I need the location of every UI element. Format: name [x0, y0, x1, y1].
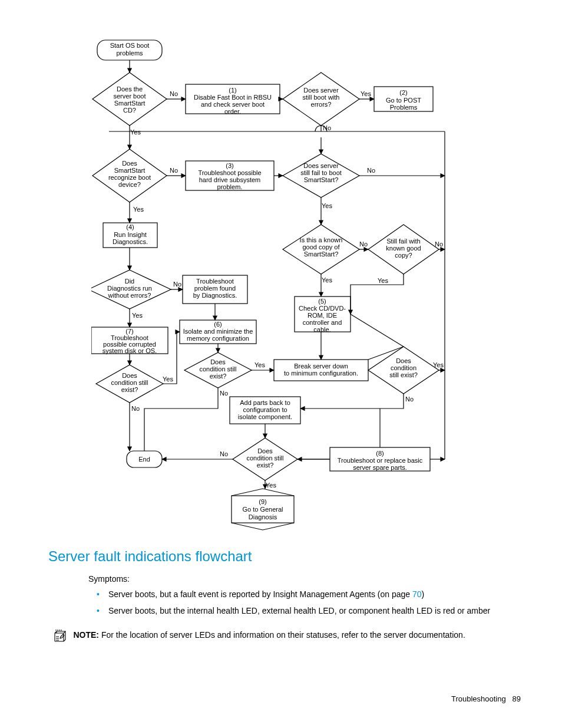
svg-text:(6): (6) — [214, 321, 222, 328]
svg-text:cable.: cable. — [313, 326, 330, 333]
list-item: Server boots, but a fault event is repor… — [88, 588, 513, 600]
svg-text:isolate component.: isolate component. — [238, 413, 292, 420]
svg-text:End: End — [138, 456, 150, 463]
svg-text:Yes: Yes — [433, 361, 444, 368]
svg-text:No: No — [170, 167, 178, 174]
list-item: Server boots, but the internal health LE… — [88, 605, 513, 617]
document-page: Start OS boot problems Does the server b… — [0, 0, 562, 728]
svg-text:Does server: Does server — [303, 87, 339, 94]
note-block: NOTE: For the location of server LEDs an… — [53, 630, 518, 645]
svg-text:(8): (8) — [376, 450, 384, 457]
svg-text:by Diagnostics.: by Diagnostics. — [193, 292, 237, 299]
svg-text:Did: Did — [125, 278, 135, 285]
svg-text:No: No — [367, 167, 375, 174]
svg-text:Yes: Yes — [254, 361, 265, 368]
svg-text:server boot: server boot — [113, 93, 146, 100]
svg-text:(2): (2) — [399, 89, 407, 96]
svg-text:exist?: exist? — [121, 386, 138, 393]
svg-text:Yes: Yes — [266, 482, 276, 489]
svg-text:Does server: Does server — [303, 162, 339, 169]
svg-text:Start OS boot: Start OS boot — [110, 42, 150, 49]
svg-text:Still fail with: Still fail with — [386, 238, 420, 245]
svg-text:Diagnostics.: Diagnostics. — [113, 238, 148, 245]
svg-text:condition: condition — [391, 364, 416, 371]
svg-text:Break server down: Break server down — [294, 363, 348, 370]
svg-text:exist?: exist? — [210, 373, 227, 380]
svg-text:No: No — [170, 90, 178, 97]
svg-text:No: No — [173, 281, 181, 288]
note-text: For the location of server LEDs and info… — [99, 630, 465, 640]
svg-text:Yes: Yes — [133, 206, 144, 213]
svg-text:Yes: Yes — [322, 202, 332, 209]
svg-text:copy?: copy? — [395, 252, 412, 259]
page-link[interactable]: 70 — [412, 589, 422, 599]
svg-text:problem found: problem found — [194, 285, 236, 292]
svg-text:No: No — [435, 241, 443, 248]
svg-text:still exist?: still exist? — [389, 371, 418, 378]
symptom-bullets: Server boots, but a fault event is repor… — [88, 588, 513, 622]
note-label: NOTE: — [73, 630, 99, 640]
svg-text:still boot with: still boot with — [303, 94, 340, 101]
svg-text:Add parts back to: Add parts back to — [240, 399, 290, 406]
svg-text:Diagnostics run: Diagnostics run — [107, 285, 152, 292]
svg-text:Yes: Yes — [163, 375, 173, 383]
svg-text:SmartStart: SmartStart — [114, 100, 146, 107]
svg-text:CD?: CD? — [123, 107, 136, 114]
svg-text:condition still: condition still — [200, 365, 237, 373]
svg-text:(3): (3) — [226, 162, 233, 169]
svg-text:Yes: Yes — [361, 90, 371, 97]
svg-text:Yes: Yes — [322, 276, 332, 284]
svg-text:(9): (9) — [259, 498, 266, 505]
svg-text:(1): (1) — [229, 87, 236, 94]
page-footer: Troubleshooting 89 — [451, 694, 521, 703]
svg-text:Diagnosis: Diagnosis — [249, 513, 277, 521]
svg-text:No: No — [359, 241, 368, 248]
os-boot-flowchart: Start OS boot problems Does the server b… — [91, 37, 457, 538]
svg-text:Yes: Yes — [132, 312, 143, 319]
svg-text:Yes: Yes — [130, 129, 141, 136]
svg-text:to minimum configuration.: to minimum configuration. — [284, 370, 358, 377]
svg-text:problems: problems — [116, 50, 143, 57]
svg-text:memory configuration: memory configuration — [187, 335, 249, 342]
svg-text:No: No — [323, 124, 331, 131]
svg-text:SmartStart?: SmartStart? — [304, 176, 339, 183]
svg-text:server spare parts.: server spare parts. — [353, 464, 407, 471]
svg-text:Troubleshoot possible: Troubleshoot possible — [198, 169, 261, 176]
svg-text:Does: Does — [122, 372, 137, 379]
svg-text:recognize boot: recognize boot — [108, 174, 151, 181]
svg-text:(4): (4) — [126, 223, 134, 230]
svg-text:Does: Does — [122, 160, 137, 167]
svg-text:Check CD/DVD-: Check CD/DVD- — [299, 305, 346, 312]
svg-text:Go to General: Go to General — [242, 506, 283, 513]
svg-text:(5): (5) — [318, 298, 326, 305]
symptoms-label: Symptoms: — [88, 573, 130, 585]
svg-text:Does the: Does the — [117, 85, 143, 93]
svg-text:exist?: exist? — [257, 462, 274, 469]
svg-text:hard drive subsystem: hard drive subsystem — [199, 176, 261, 183]
svg-text:configuration to: configuration to — [243, 406, 287, 413]
svg-text:known good: known good — [386, 245, 421, 252]
svg-text:Isolate and minimize the: Isolate and minimize the — [183, 328, 253, 335]
svg-text:No: No — [405, 396, 414, 403]
svg-text:Does: Does — [396, 357, 411, 364]
section-heading: Server fault indications flowchart — [48, 548, 252, 565]
svg-text:errors?: errors? — [311, 101, 332, 108]
svg-text:No: No — [220, 450, 228, 457]
svg-text:good copy of: good copy of — [303, 243, 340, 251]
svg-text:Go to POST: Go to POST — [386, 97, 421, 104]
svg-text:condition still: condition still — [111, 379, 148, 386]
svg-text:ROM, IDE: ROM, IDE — [308, 312, 337, 319]
svg-text:Run Insight: Run Insight — [114, 231, 147, 238]
svg-text:No: No — [131, 405, 140, 412]
svg-text:Troubleshoot or replace basic: Troubleshoot or replace basic — [338, 457, 423, 464]
svg-text:Does: Does — [257, 447, 273, 454]
svg-text:SmartStart: SmartStart — [114, 167, 146, 174]
svg-text:still fail to boot: still fail to boot — [300, 169, 342, 176]
svg-text:without errors?: without errors? — [108, 292, 151, 299]
svg-text:SmartStart?: SmartStart? — [304, 251, 339, 258]
svg-text:system disk or OS.: system disk or OS. — [103, 347, 157, 354]
svg-text:Disable Fast Boot in RBSU: Disable Fast Boot in RBSU — [194, 94, 272, 101]
svg-text:device?: device? — [118, 181, 141, 188]
svg-text:and check server boot: and check server boot — [201, 101, 265, 108]
svg-text:order.: order. — [224, 108, 241, 115]
